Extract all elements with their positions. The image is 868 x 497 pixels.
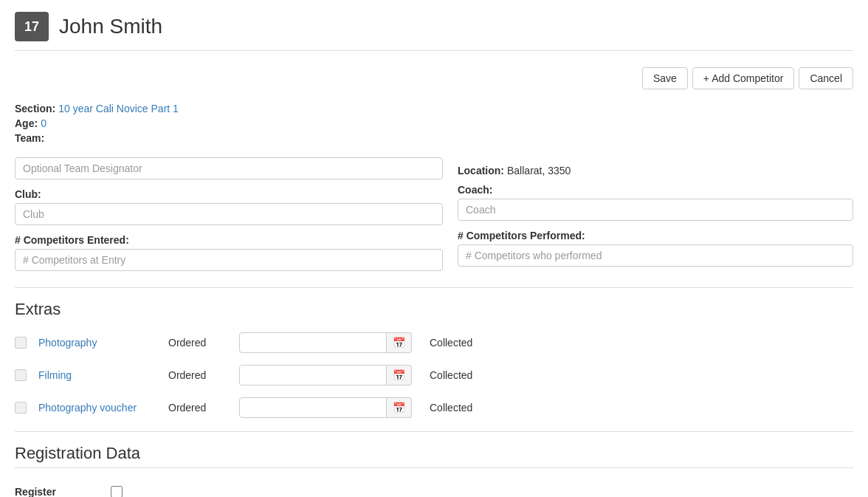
- competitors-entered-label: # Competitors Entered:: [15, 234, 443, 246]
- page-title: John Smith: [59, 15, 162, 38]
- club-group: Club:: [15, 188, 443, 225]
- location-label: Location:: [458, 165, 504, 176]
- meta-section: Section: 10 year Cali Novice Part 1 Age:…: [15, 97, 853, 157]
- location-row: Location: Ballarat, 3350: [458, 165, 853, 176]
- age-row: Age: 0: [15, 117, 853, 129]
- calendar-icon-button[interactable]: 📅: [387, 397, 412, 418]
- extras-date-input[interactable]: [239, 397, 387, 418]
- competitors-performed-label: # Competitors Performed:: [458, 230, 853, 241]
- registration-section: Registration Data Register: [15, 444, 853, 497]
- extras-item-status: Ordered: [168, 369, 227, 381]
- divider-1: [15, 287, 853, 288]
- extras-collected-label: Collected: [430, 402, 503, 414]
- extras-section: Extras PhotographyOrdered📅CollectedFilmi…: [15, 300, 853, 424]
- coach-group: Coach:: [458, 184, 853, 221]
- extras-item-name: Photography voucher: [38, 402, 156, 414]
- extras-date-wrap: 📅: [239, 332, 412, 353]
- save-button[interactable]: Save: [642, 67, 688, 89]
- page-header: 17 John Smith: [15, 0, 853, 51]
- calendar-icon-button[interactable]: 📅: [387, 332, 412, 353]
- location-value: Ballarat, 3350: [507, 165, 571, 176]
- extras-collected-label: Collected: [430, 369, 503, 381]
- register-label: Register: [15, 486, 103, 497]
- section-label: Section:: [15, 103, 55, 114]
- divider-2: [15, 431, 853, 432]
- left-column: Club: # Competitors Entered:: [15, 157, 443, 280]
- extras-checkbox[interactable]: [15, 369, 27, 381]
- club-label: Club:: [15, 188, 443, 200]
- team-input[interactable]: [15, 157, 443, 179]
- calendar-icon-button[interactable]: 📅: [387, 365, 412, 385]
- reg-divider: [15, 467, 853, 468]
- right-column: Location: Ballarat, 3350 Coach: # Compet…: [458, 157, 853, 280]
- extras-item-name: Photography: [38, 337, 156, 349]
- competitors-performed-group: # Competitors Performed:: [458, 230, 853, 267]
- extras-row: Photography voucherOrdered📅Collected: [15, 391, 853, 424]
- add-competitor-button[interactable]: + Add Competitor: [692, 67, 795, 89]
- section-value: 10 year Cali Novice Part 1: [58, 103, 179, 114]
- team-label-row: Team:: [15, 132, 853, 144]
- extras-date-wrap: 📅: [239, 397, 412, 418]
- extras-date-wrap: 📅: [239, 365, 412, 385]
- team-group: [15, 157, 443, 179]
- extras-heading: Extras: [15, 300, 853, 319]
- extras-item-name: Filming: [38, 369, 156, 381]
- team-label: Team:: [15, 132, 44, 144]
- extras-checkbox[interactable]: [15, 402, 27, 414]
- extras-table: PhotographyOrdered📅CollectedFilmingOrder…: [15, 326, 853, 424]
- extras-item-status: Ordered: [168, 402, 227, 414]
- club-input[interactable]: [15, 203, 443, 225]
- competitors-performed-input[interactable]: [458, 244, 853, 267]
- extras-row: FilmingOrdered📅Collected: [15, 359, 853, 391]
- extras-item-status: Ordered: [168, 337, 227, 349]
- competitors-entered-group: # Competitors Entered:: [15, 234, 443, 271]
- extras-collected-label: Collected: [430, 337, 503, 349]
- entry-number: 17: [15, 12, 49, 41]
- register-row: Register: [15, 480, 853, 497]
- extras-date-input[interactable]: [239, 365, 387, 385]
- extras-date-input[interactable]: [239, 332, 387, 353]
- registration-heading: Registration Data: [15, 444, 853, 463]
- age-label: Age:: [15, 117, 38, 129]
- toolbar: Save + Add Competitor Cancel: [15, 60, 853, 97]
- form-area: Club: # Competitors Entered: Location: B…: [15, 157, 853, 280]
- competitors-entered-input[interactable]: [15, 249, 443, 271]
- cancel-button[interactable]: Cancel: [799, 67, 853, 89]
- register-checkbox[interactable]: [111, 486, 123, 497]
- coach-label: Coach:: [458, 184, 853, 196]
- extras-row: PhotographyOrdered📅Collected: [15, 326, 853, 359]
- section-row: Section: 10 year Cali Novice Part 1: [15, 103, 853, 114]
- extras-checkbox[interactable]: [15, 337, 27, 349]
- coach-input[interactable]: [458, 199, 853, 221]
- age-value: 0: [41, 117, 46, 129]
